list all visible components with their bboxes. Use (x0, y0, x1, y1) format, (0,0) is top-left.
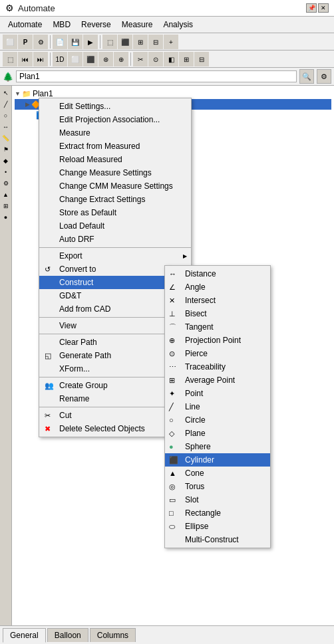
sidebar-icon-triangle[interactable]: ▲ (1, 190, 11, 199)
sub-plane[interactable]: ◇ Plane (165, 427, 270, 440)
ctx-label-cut: Cut (59, 411, 72, 420)
sub-distance[interactable]: ↔ Distance (165, 267, 270, 280)
tb-icon3[interactable]: ⬜ (68, 52, 83, 66)
sidebar-icon-sphere[interactable]: ● (1, 213, 11, 222)
sidebar-icon-line[interactable]: ╱ (1, 100, 11, 109)
sub-pierce[interactable]: ⊙ Pierce (165, 347, 270, 360)
app-icon: ⚙ (5, 3, 14, 13)
sub-rectangle[interactable]: □ Rectangle (165, 506, 270, 520)
sub-intersect[interactable]: ✕ Intersect (165, 294, 270, 307)
tb-new[interactable]: ⬜ (3, 35, 17, 49)
menu-mbd[interactable]: MBD (47, 18, 76, 31)
sub-label-intersect: Intersect (185, 296, 216, 305)
tb-icon4[interactable]: ⬛ (83, 52, 98, 66)
tb-open[interactable]: 📄 (53, 35, 67, 49)
sub-cone[interactable]: ▲ Cone (165, 467, 270, 480)
ctx-label-add-from-cad: Add from CAD (59, 304, 110, 314)
ctx-auto-drf[interactable]: Auto DRF (39, 233, 191, 246)
tb-icon1[interactable]: ⬚ (3, 52, 17, 66)
menu-measure[interactable]: Measure (116, 18, 158, 31)
sidebar-icon-cursor[interactable]: ↖ (1, 88, 11, 98)
sub-label-traceability: Traceability (185, 362, 226, 372)
sub-multi-construct[interactable]: Multi-Construct (165, 533, 270, 546)
tb-icon5[interactable]: ⊛ (98, 52, 113, 66)
sidebar-icon-grid[interactable]: ⊞ (1, 201, 11, 211)
sub-tangent[interactable]: ⌒ Tangent (165, 320, 270, 334)
status-tab-general[interactable]: General (3, 628, 46, 643)
sidebar-icon-flag[interactable]: ⚑ (1, 145, 11, 154)
tb-settings[interactable]: ⚙ (33, 35, 48, 49)
menu-reverse[interactable]: Reverse (76, 18, 116, 31)
sidebar-icon-diamond[interactable]: ◆ (1, 156, 11, 165)
sub-point[interactable]: ✦ Point (165, 387, 270, 400)
ctx-reload[interactable]: Reload Measured (39, 153, 191, 166)
sub-slot[interactable]: ▭ Slot (165, 493, 270, 506)
title-bar-left: ⚙ Automate (5, 3, 55, 13)
menu-automate[interactable]: Automate (3, 18, 47, 31)
tb-next[interactable]: ⏭ (33, 52, 48, 66)
sidebar-icon-arrows[interactable]: ↔ (1, 122, 11, 132)
ctx-measure[interactable]: Measure (39, 126, 191, 140)
tb-prev[interactable]: ⏮ (18, 52, 33, 66)
tb-pattern[interactable]: ⬛ (118, 35, 132, 49)
address-settings-button[interactable]: ⚙ (317, 69, 331, 84)
ctx-label-gdnt: GD&T (59, 291, 81, 300)
sub-line[interactable]: ╱ Line (165, 400, 270, 413)
menu-analysis[interactable]: Analysis (158, 18, 198, 31)
tb-icon8[interactable]: ◧ (164, 52, 178, 66)
sub-sphere[interactable]: ● Sphere (165, 440, 270, 453)
ctx-edit-settings[interactable]: Edit Settings... (39, 100, 191, 113)
tb-icon6[interactable]: ⊕ (114, 52, 128, 66)
sidebar-icon-dot[interactable]: • (1, 167, 11, 177)
pin-button[interactable]: 📌 (306, 3, 317, 13)
expand-plan1[interactable]: ▼ (15, 90, 21, 97)
sidebar-icon-circle[interactable]: ○ (1, 111, 11, 120)
sub-icon-intersect: ✕ (169, 296, 175, 305)
sub-traceability[interactable]: ⋯ Traceability (165, 360, 270, 374)
sub-projection-point[interactable]: ⊕ Projection Point (165, 334, 270, 347)
tb-scissors[interactable]: ✂ (133, 52, 148, 66)
tb-icon2[interactable]: 1D (53, 52, 67, 66)
tb-grid[interactable]: ⊞ (133, 35, 148, 49)
ctx-store-default[interactable]: Store as Default (39, 206, 191, 219)
ctx-label-convert-to: Convert to (59, 265, 96, 274)
sub-average-point[interactable]: ⊞ Average Point (165, 374, 270, 387)
ctx-change-cmm[interactable]: Change CMM Measure Settings (39, 179, 191, 193)
sub-bisect[interactable]: ⊥ Bisect (165, 307, 270, 320)
sidebar-icon-measure[interactable]: 📏 (1, 134, 11, 143)
tb-add[interactable]: + (164, 35, 178, 49)
sub-circle[interactable]: ○ Circle (165, 413, 270, 427)
sub-label-plane: Plane (185, 429, 206, 438)
address-search-button[interactable]: 🔍 (299, 69, 314, 84)
ctx-extract[interactable]: Extract from Measured (39, 140, 191, 153)
sub-icon-sphere: ● (169, 443, 174, 451)
sub-torus[interactable]: ◎ Torus (165, 480, 270, 493)
ctx-edit-projection[interactable]: Edit Projection Association... (39, 113, 191, 126)
expand-surf[interactable]: ▶ (25, 101, 30, 108)
sub-label-multi-construct: Multi-Construct (185, 535, 239, 544)
ctx-change-measure[interactable]: Change Measure Settings (39, 166, 191, 179)
ctx-export[interactable]: Export (39, 249, 191, 263)
sub-cylinder[interactable]: ⬛ Cylinder (165, 453, 270, 467)
tb-grid2[interactable]: ⊟ (148, 35, 163, 49)
address-input[interactable] (16, 70, 297, 82)
status-tab-balloon[interactable]: Balloon (47, 628, 88, 642)
sub-angle[interactable]: ∠ Angle (165, 280, 270, 294)
tb-save[interactable]: 💾 (68, 35, 83, 49)
label-plan1: Plan1 (33, 89, 53, 98)
ctx-load-default[interactable]: Load Default (39, 219, 191, 233)
tb-icon9[interactable]: ⊞ (179, 52, 194, 66)
tb-icon7[interactable]: ⊙ (148, 52, 163, 66)
status-tab-columns[interactable]: Columns (90, 628, 136, 642)
tb-play[interactable]: ▶ (83, 35, 98, 49)
ctx-change-extract[interactable]: Change Extract Settings (39, 193, 191, 206)
tb-select[interactable]: ⬚ (102, 35, 117, 49)
tb-icon10[interactable]: ⊟ (194, 52, 209, 66)
tb-p[interactable]: P (18, 35, 33, 49)
tb-sep1 (50, 35, 51, 49)
sidebar-icon-cog[interactable]: ⚙ (1, 179, 11, 188)
sub-icon-rectangle: □ (169, 509, 174, 517)
close-button[interactable]: ✕ (318, 3, 329, 13)
sub-ellipse[interactable]: ⬭ Ellipse (165, 520, 270, 533)
ctx-label-delete: Delete Selected Objects (59, 424, 145, 433)
